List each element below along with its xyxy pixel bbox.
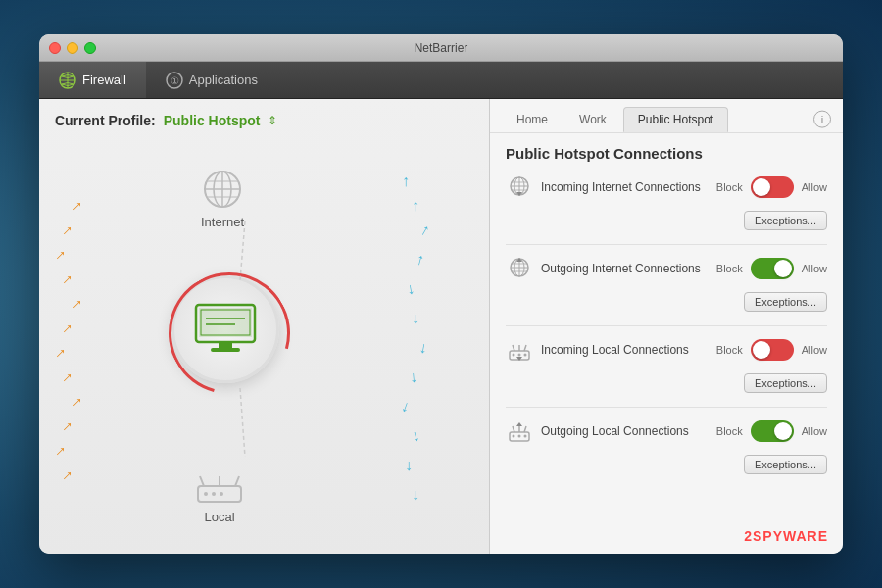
svg-point-54	[518, 435, 521, 438]
window-title: NetBarrier	[415, 41, 468, 55]
tab-home[interactable]: Home	[502, 107, 563, 132]
tab-applications-label: Applications	[189, 73, 258, 87]
outgoing-internet-name: Outgoing Internet Connections	[541, 262, 709, 275]
computer-icon	[191, 303, 260, 357]
outgoing-internet-icon	[506, 255, 533, 282]
outgoing-internet-block-label: Block	[716, 263, 743, 274]
local-node: Local	[196, 474, 243, 524]
computer-node	[172, 275, 279, 383]
outgoing-local-allow-label: Allow	[802, 425, 827, 437]
tab-firewall[interactable]: Firewall	[39, 62, 146, 98]
applications-icon: ①	[166, 72, 183, 89]
main-content: Current Profile: Public Hotspot ⇕ ↑ ↑ ↑ …	[39, 99, 843, 554]
arrow-blue: ↓	[399, 397, 413, 416]
svg-rect-12	[199, 308, 252, 337]
local-label: Local	[204, 510, 234, 524]
incoming-internet-name: Incoming Internet Connections	[541, 180, 709, 194]
minimize-button[interactable]	[67, 42, 78, 54]
tab-applications[interactable]: ① Applications	[146, 62, 277, 98]
computer-circle	[172, 275, 279, 383]
svg-point-53	[513, 435, 515, 438]
arrow-blue: ↓	[405, 279, 416, 298]
arrow-blue: ↓	[405, 457, 413, 474]
arrow-blue: ↑	[402, 172, 410, 190]
svg-point-24	[220, 492, 223, 496]
arrow-blue: ↓	[417, 338, 428, 357]
arrow: ↑	[52, 246, 70, 264]
svg-point-22	[204, 492, 208, 496]
svg-point-45	[513, 354, 515, 357]
profile-header: Current Profile: Public Hotspot ⇕	[39, 99, 489, 128]
connections-panel: Public Hotspot Connections	[490, 133, 843, 554]
arrow-blue: ↓	[412, 486, 419, 504]
info-icon[interactable]: i	[813, 111, 831, 128]
incoming-local-section: Incoming Local Connections Block Allow E…	[506, 336, 827, 408]
outgoing-local-toggle[interactable]	[751, 420, 794, 442]
incoming-internet-toggle[interactable]	[751, 176, 794, 198]
arrow-blue: ↓	[409, 368, 418, 387]
outgoing-local-row: Outgoing Local Connections Block Allow	[506, 417, 827, 445]
profile-tabs: Home Work Public Hotspot i	[490, 99, 843, 133]
incoming-local-exceptions-btn[interactable]: Exceptions...	[744, 373, 827, 393]
arrow: ↑	[59, 368, 76, 386]
traffic-lights	[49, 42, 96, 54]
arrow-blue: ↑	[412, 197, 419, 215]
app-window: NetBarrier Firewall ① A	[39, 34, 843, 554]
svg-text:①: ①	[170, 75, 178, 86]
right-panel: Home Work Public Hotspot i Public Hotspo…	[490, 99, 843, 554]
incoming-internet-allow-label: Allow	[802, 181, 827, 193]
incoming-local-toggle[interactable]	[751, 339, 794, 361]
outgoing-internet-exceptions-row: Exceptions...	[506, 288, 827, 312]
title-bar: NetBarrier	[39, 34, 843, 62]
outgoing-internet-toggle[interactable]	[751, 258, 794, 279]
outgoing-internet-allow-label: Allow	[802, 263, 827, 274]
incoming-internet-section: Incoming Internet Connections Block Allo…	[506, 173, 827, 245]
outgoing-local-name: Outgoing Local Connections	[541, 424, 709, 438]
incoming-local-name: Incoming Local Connections	[541, 343, 709, 357]
arrow: ↑	[52, 344, 70, 362]
svg-line-25	[240, 221, 245, 280]
maximize-button[interactable]	[84, 42, 96, 54]
profile-value: Public Hotspot	[164, 113, 261, 128]
arrow: ↑	[69, 393, 86, 411]
svg-line-51	[524, 426, 526, 432]
tab-bar: Firewall ① Applications	[39, 62, 843, 99]
svg-line-26	[240, 388, 245, 457]
outgoing-local-section: Outgoing Local Connections Block Allow E…	[506, 417, 827, 488]
arrow-blue: ↓	[410, 426, 421, 445]
arrow: ↑	[69, 295, 86, 313]
svg-line-19	[200, 476, 204, 486]
outgoing-local-icon	[506, 417, 533, 445]
incoming-internet-exceptions-row: Exceptions...	[506, 207, 827, 230]
incoming-local-row: Incoming Local Connections Block Allow	[506, 336, 827, 364]
incoming-local-icon	[506, 336, 533, 364]
globe-icon	[201, 168, 244, 211]
outgoing-internet-section: Outgoing Internet Connections Block Allo…	[506, 255, 827, 326]
svg-point-46	[518, 354, 521, 357]
arrow: ↑	[59, 221, 76, 239]
svg-line-50	[513, 426, 514, 432]
tab-work[interactable]: Work	[564, 107, 621, 132]
incoming-local-allow-label: Allow	[802, 344, 827, 356]
firewall-icon	[59, 72, 76, 89]
arrow-blue: ↑	[415, 250, 426, 269]
incoming-internet-exceptions-btn[interactable]: Exceptions...	[744, 211, 827, 230]
svg-line-20	[235, 476, 239, 486]
tab-public-hotspot[interactable]: Public Hotspot	[623, 107, 728, 132]
svg-rect-13	[201, 310, 250, 335]
arrow: ↑	[59, 466, 76, 484]
internet-node: Internet	[201, 168, 244, 229]
router-icon	[196, 474, 243, 506]
outgoing-internet-exceptions-btn[interactable]: Exceptions...	[744, 292, 827, 312]
incoming-internet-row: Incoming Internet Connections Block Allo…	[506, 173, 827, 201]
arrow-blue: ↑	[417, 220, 433, 240]
profile-dropdown-arrow[interactable]: ⇕	[268, 114, 277, 127]
arrow: ↑	[59, 417, 76, 435]
outgoing-local-exceptions-btn[interactable]: Exceptions...	[744, 455, 827, 474]
svg-rect-11	[196, 305, 255, 342]
close-button[interactable]	[49, 42, 61, 54]
outgoing-local-exceptions-row: Exceptions...	[506, 451, 827, 474]
incoming-internet-block-label: Block	[716, 181, 743, 193]
watermark: 2SPYWARE	[744, 528, 828, 544]
arrow: ↑	[59, 319, 76, 337]
